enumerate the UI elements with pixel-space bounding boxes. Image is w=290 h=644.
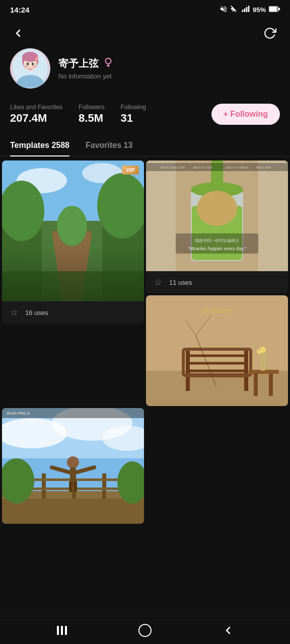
svg-text:BEST DIRECTOR: BEST DIRECTOR [161,166,185,169]
profile-gender-badge [103,57,114,70]
svg-text:BEST ACTRESS: BEST ACTRESS [226,166,249,169]
right-column: 我想寻找一些可以做得大 "Miracles happen every day."… [146,160,288,406]
svg-point-11 [22,52,38,62]
uses-count-1: 16 uses [25,309,48,316]
stats-row: Likes and Favorites 207.4M Followers 8.5… [0,99,290,135]
svg-point-14 [27,62,29,65]
svg-point-85 [67,456,79,468]
profile-info: 寄予上弦 No information yet [58,57,280,80]
bottom-nav-back-button[interactable] [217,619,239,641]
svg-point-31 [57,206,87,246]
stat-following-label: Following [120,104,146,111]
svg-rect-61 [260,356,265,371]
svg-rect-5 [269,7,277,11]
svg-rect-77 [2,499,144,524]
template-cell-4[interactable]: the autumn [146,295,288,406]
svg-text:the autumn: the autumn [201,307,233,314]
battery-icon [269,6,280,14]
stat-followers-label: Followers [79,104,104,111]
uses-count-2: 11 uses [169,279,192,286]
template-1-footer: ☆ 16 uses [2,301,144,324]
svg-rect-59 [254,373,258,396]
bottom-nav-home-button[interactable] [134,619,156,641]
status-icons: 95% [220,5,280,15]
profile-name-text: 寄予上弦 [58,57,99,70]
template-grid: VIP ☆ 16 uses [0,158,290,526]
svg-rect-81 [102,473,106,499]
svg-rect-93 [57,626,59,635]
svg-rect-86 [70,467,76,482]
template-thumb-4: the autumn [146,295,288,406]
star-button-1[interactable]: ☆ [7,305,21,319]
profile-name-row: 寄予上弦 [58,57,280,70]
tabs-row: Templates 2588 Favorites 13 [0,135,290,156]
svg-point-17 [32,65,36,67]
signal-bars-icon [242,5,250,15]
stat-likes-value: 207.4M [10,112,62,125]
status-time: 14:24 [10,6,29,14]
mute-icon [220,5,228,15]
svg-point-96 [139,624,151,636]
svg-point-39 [197,191,237,226]
svg-text:BEST ART: BEST ART [256,166,271,169]
stat-followers: Followers 8.5M [79,104,104,125]
stat-followers-value: 8.5M [79,112,104,125]
vip-badge: VIP [122,166,139,175]
profile-bio: No information yet [58,72,280,80]
svg-rect-1 [244,8,246,12]
template-thumb-3: 00:00 PM1:9 [2,408,144,524]
status-bar: 14:24 95% [0,0,290,18]
stat-following-value: 31 [120,112,146,125]
stat-likes: Likes and Favorites 207.4M [10,104,62,125]
svg-rect-6 [278,8,280,10]
tab-favorites[interactable]: Favorites 13 [86,135,132,156]
svg-text:"Miracles happen every day.": "Miracles happen every day." [188,246,247,251]
svg-text:我想寻找一些可以做得大: 我想寻找一些可以做得大 [195,238,239,243]
wifi-signal-icon [231,5,239,15]
svg-point-16 [24,65,28,67]
tab-templates[interactable]: Templates 2588 [10,135,69,156]
profile-section: 寄予上弦 No information yet [0,48,290,99]
svg-rect-95 [65,626,67,635]
avatar-image [13,50,48,88]
template-thumb-1 [2,160,144,301]
template-cell-3[interactable]: 00:00 PM1:9 [2,408,144,524]
template-cell-2[interactable]: 我想寻找一些可以做得大 "Miracles happen every day."… [146,160,288,293]
svg-point-13 [37,56,39,58]
svg-rect-89 [69,481,72,492]
svg-text:00:00 PM1:9: 00:00 PM1:9 [7,411,30,416]
bottom-navigation [0,616,290,644]
template-cell-1[interactable]: VIP ☆ 16 uses [2,160,144,406]
template-2-footer: ☆ 11 uses [146,271,288,293]
svg-point-64 [257,349,262,354]
bottom-nav-menu-button[interactable] [51,619,73,641]
template-thumb-2: 我想寻找一些可以做得大 "Miracles happen every day."… [146,160,288,271]
svg-rect-2 [246,7,248,12]
following-button[interactable]: + Following [211,104,280,125]
star-button-2[interactable]: ☆ [151,275,165,289]
svg-text:BEST ACTOR: BEST ACTOR [193,166,212,169]
svg-rect-0 [242,10,244,12]
avatar[interactable] [10,48,50,89]
battery-level-text: 95% [253,6,266,14]
svg-point-15 [32,62,34,65]
svg-rect-90 [74,481,77,492]
svg-rect-79 [42,473,46,499]
top-navigation [0,18,290,48]
stat-likes-label: Likes and Favorites [10,104,62,111]
svg-rect-3 [248,6,250,12]
svg-rect-32 [2,271,144,301]
svg-rect-60 [269,373,273,396]
stat-following: Following 31 [120,104,146,125]
svg-rect-94 [61,626,63,635]
back-button[interactable] [8,23,28,43]
refresh-button[interactable] [260,23,280,43]
